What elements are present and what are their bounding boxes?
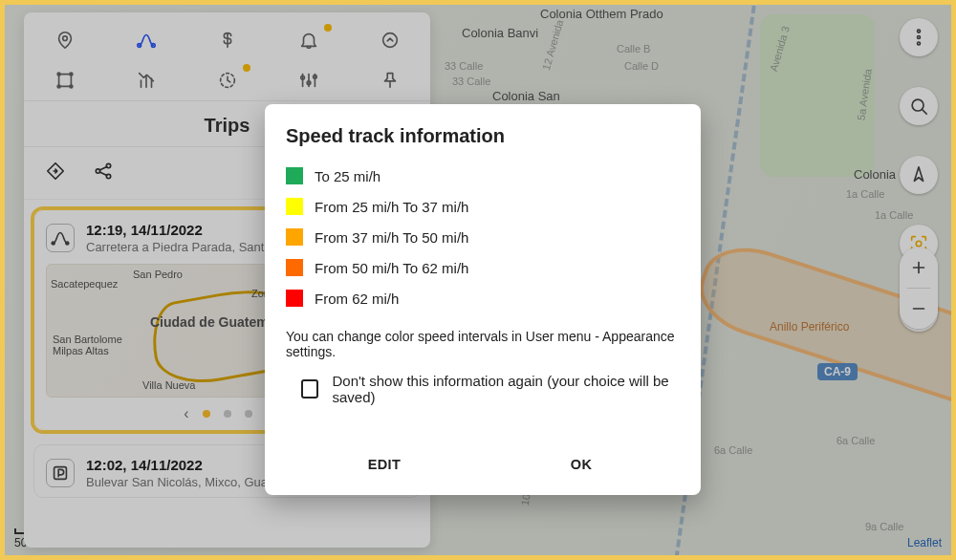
legend-label: From 62 mi/h (315, 291, 399, 307)
legend-label: From 37 mi/h To 50 mi/h (315, 229, 468, 246)
speed-track-dialog: Speed track information To 25 mi/h From … (265, 104, 701, 495)
edit-button[interactable]: Edit (286, 445, 483, 484)
legend-row: From 62 mi/h (286, 283, 680, 313)
checkbox-box (301, 379, 318, 398)
legend-swatch (286, 290, 303, 307)
legend-label: To 25 mi/h (315, 168, 380, 184)
legend-swatch (286, 228, 303, 246)
checkbox-label: Don't show this information again (your … (332, 373, 680, 405)
legend-row: From 37 mi/h To 50 mi/h (286, 222, 680, 252)
ok-button[interactable]: OK (483, 445, 680, 484)
legend-row: From 25 mi/h To 37 mi/h (286, 191, 680, 222)
legend-row: To 25 mi/h (286, 161, 680, 191)
legend-label: From 25 mi/h To 37 mi/h (315, 199, 468, 215)
legend-swatch (286, 198, 303, 215)
legend-swatch (286, 167, 303, 184)
dialog-title: Speed track information (286, 125, 680, 147)
legend-row: From 50 mi/h To 62 mi/h (286, 252, 680, 283)
dont-show-again-checkbox[interactable]: Don't show this information again (your … (286, 373, 680, 405)
legend-swatch (286, 259, 303, 276)
legend-label: From 50 mi/h To 62 mi/h (315, 260, 468, 276)
dialog-hint: You can change color speed intervals in … (286, 329, 680, 359)
